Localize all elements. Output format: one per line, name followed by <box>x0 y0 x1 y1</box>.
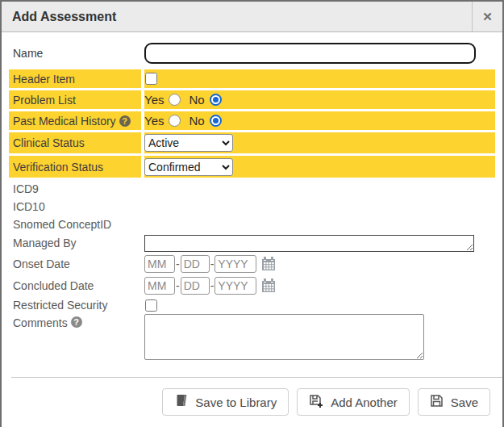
past-medical-history-row: Past Medical History ? Yes No <box>9 111 495 130</box>
onset-month-input[interactable] <box>144 255 175 273</box>
help-icon[interactable]: ? <box>119 115 131 127</box>
verification-status-label: Verification Status <box>9 156 141 178</box>
onset-date-label: Onset Date <box>9 253 141 274</box>
verification-status-row: Verification Status Confirmed <box>9 156 495 178</box>
save-to-library-label: Save to Library <box>195 396 277 409</box>
past-medical-history-yes-label: Yes <box>144 114 164 128</box>
header-item-label: Header Item <box>9 69 141 88</box>
help-icon[interactable]: ? <box>71 316 82 328</box>
date-separator: - <box>176 257 180 270</box>
onset-day-input[interactable] <box>181 255 210 273</box>
add-another-button[interactable]: Add Another <box>297 388 410 416</box>
header-item-row: Header Item <box>9 69 495 88</box>
dialog-body: Name Header Item Problem List Yes No Pas… <box>2 32 502 364</box>
concluded-date-row: Concluded Date - - <box>9 274 495 296</box>
comments-input[interactable] <box>144 314 424 360</box>
calendar-icon[interactable] <box>260 278 277 294</box>
date-separator: - <box>210 279 215 292</box>
clinical-status-label: Clinical Status <box>9 132 141 153</box>
icd9-row: ICD9 <box>9 180 495 198</box>
dialog-footer: Save to Library Add Another <box>2 378 502 416</box>
save-plus-icon <box>309 394 323 411</box>
problem-list-no-label: No <box>189 93 204 107</box>
onset-year-input[interactable] <box>215 255 256 273</box>
concluded-month-input[interactable] <box>144 277 175 295</box>
header-item-checkbox[interactable] <box>145 73 157 85</box>
concluded-day-input[interactable] <box>181 277 210 295</box>
calendar-icon[interactable] <box>260 256 277 272</box>
onset-date-row: Onset Date - - <box>9 253 495 274</box>
name-row: Name <box>9 41 495 65</box>
save-to-library-button[interactable]: Save to Library <box>162 388 289 416</box>
dialog-title: Add Assessment <box>2 2 472 31</box>
past-medical-history-no-radio[interactable] <box>210 115 222 127</box>
clinical-status-select[interactable]: Active <box>144 134 233 152</box>
restricted-security-label: Restricted Security <box>9 296 141 314</box>
close-icon: ✕ <box>482 10 493 24</box>
concluded-date-label: Concluded Date <box>9 274 141 296</box>
name-label: Name <box>9 41 141 65</box>
clinical-status-row: Clinical Status Active <box>9 132 495 153</box>
date-separator: - <box>176 279 180 292</box>
restricted-security-checkbox[interactable] <box>145 299 157 312</box>
problem-list-row: Problem List Yes No <box>9 90 495 109</box>
problem-list-yes-label: Yes <box>144 93 164 107</box>
problem-list-no-radio[interactable] <box>210 94 222 106</box>
save-button[interactable]: Save <box>418 388 490 416</box>
past-medical-history-yes-radio[interactable] <box>169 115 181 127</box>
icd9-label: ICD9 <box>9 180 141 198</box>
save-icon <box>430 394 444 410</box>
name-input[interactable] <box>144 43 476 64</box>
managed-by-row: Managed By <box>9 233 495 253</box>
problem-list-label: Problem List <box>9 90 141 109</box>
snomed-conceptid-row: Snomed ConceptID <box>9 216 495 233</box>
icd10-label: ICD10 <box>9 198 141 216</box>
save-label: Save <box>451 396 478 409</box>
add-assessment-dialog: Add Assessment ✕ Name Header Item Proble… <box>0 0 504 427</box>
past-medical-history-label: Past Medical History <box>13 115 116 128</box>
add-another-label: Add Another <box>331 396 398 409</box>
book-icon <box>174 394 188 410</box>
restricted-security-row: Restricted Security <box>9 296 495 314</box>
icd10-row: ICD10 <box>9 198 495 216</box>
problem-list-yes-radio[interactable] <box>169 94 181 106</box>
dialog-header: Add Assessment ✕ <box>2 2 502 32</box>
concluded-year-input[interactable] <box>215 277 256 295</box>
snomed-conceptid-label: Snomed ConceptID <box>9 216 141 233</box>
past-medical-history-no-label: No <box>189 114 204 128</box>
managed-by-label: Managed By <box>9 233 141 253</box>
comments-row: Comments ? <box>9 314 495 364</box>
date-separator: - <box>210 257 215 270</box>
comments-label: Comments <box>13 316 68 329</box>
managed-by-input[interactable] <box>144 235 474 252</box>
verification-status-select[interactable]: Confirmed <box>144 158 233 176</box>
close-button[interactable]: ✕ <box>472 2 502 31</box>
